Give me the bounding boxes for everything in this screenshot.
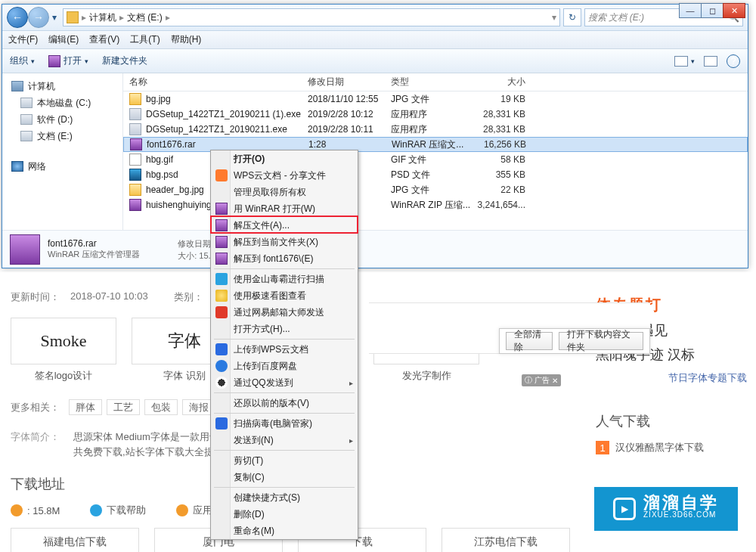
tag[interactable]: 胖体 [69,399,102,415]
menu-item[interactable]: 查看(V) [89,33,119,46]
menu-item-icon [215,203,228,215]
context-menu-item[interactable]: 删除(D) [211,506,358,523]
file-row[interactable]: DGSetup_1422TZ1_20190211 (1).exe2019/2/2… [123,107,748,122]
context-menu-item[interactable]: 发送到(N) [211,432,358,448]
file-icon [129,154,141,166]
col-date[interactable]: 修改日期 [308,76,391,88]
open-download-folder-button[interactable]: 打开下载内容文件夹 [559,332,643,350]
nav-computer[interactable]: 计算机 [5,78,119,95]
menu-item-icon [215,169,228,181]
menu-item-icon [215,360,228,372]
menu-item-icon [215,417,228,430]
update-value: 2018-07-10 10:03 [70,290,148,304]
addr-dropdown-icon[interactable]: ▾ [552,12,556,23]
menu-item[interactable]: 编辑(E) [48,33,79,46]
context-menu-item[interactable]: 通过网易邮箱大师发送 [211,304,358,321]
explorer-window: — ◻ ✕ ← → ▾ ▸ 计算机 ▸ 文档 (E:) ▸ ▾ ↻ 搜索 文档 … [2,4,748,268]
rank-number: 1 [596,441,609,454]
ad-badge[interactable]: ⓘ 广告 ✕ [522,374,561,386]
file-icon [129,93,141,105]
nav-drive[interactable]: 文档 (E:) [5,128,119,144]
menu-item-icon [215,236,228,248]
nav-network[interactable]: 网络 [5,158,119,175]
rank-label: 汉仪雅酷黑字体下载 [615,441,704,454]
column-headers: 名称 修改日期 类型 大小 [123,73,748,91]
minimize-button[interactable]: — [679,3,702,18]
theme-link[interactable]: 节日字体专题下载 [596,371,747,385]
clear-all-button[interactable]: 全部清除 [506,332,553,350]
file-icon [129,123,141,135]
back-button[interactable]: ← [7,7,28,28]
download-mirror-button[interactable]: 福建电信下载 [11,528,139,552]
drive-icon [20,131,33,141]
logo-badge[interactable]: ▶ 溜溜自学 ZIXUE.3D66.COM [594,487,738,531]
context-menu-item[interactable]: 解压文件(A)... [211,217,358,234]
context-menu-item[interactable]: 创建快捷方式(S) [211,489,358,506]
file-icon [129,169,141,181]
download-mirror-button[interactable]: 江苏电信下载 [442,528,570,552]
view-icon [674,56,688,67]
col-type[interactable]: 类型 [391,76,474,88]
tag[interactable]: 工艺 [107,399,140,415]
context-menu-item[interactable]: 打开(O) [211,150,358,167]
context-menu-item[interactable]: 使用极速看图查看 [211,287,358,304]
context-menu-item[interactable]: 解压到当前文件夹(X) [211,234,358,250]
ad-icon: ⓘ [525,375,532,386]
help-button[interactable]: ? [727,54,740,68]
menu-item-icon [215,343,228,355]
context-menu-item[interactable]: 还原以前的版本(V) [211,395,358,411]
nav-row: ← → ▾ ▸ 计算机 ▸ 文档 (E:) ▸ ▾ ↻ 搜索 文档 (E:) 🔍 [2,5,748,31]
file-row[interactable]: bg.jpg2018/11/10 12:55JPG 文件19 KB [123,91,748,107]
forward-button[interactable]: → [28,7,49,28]
search-placeholder: 搜索 文档 (E:) [588,11,644,24]
rank-item-1[interactable]: 1 汉仪雅酷黑字体下载 [596,441,747,454]
context-menu-item[interactable]: 扫描病毒(电脑管家) [211,415,358,432]
file-row[interactable]: DGSetup_1422TZ1_20190211.exe2019/2/28 10… [123,122,748,137]
organize-button[interactable]: 组织▾ [10,54,35,67]
history-dropdown[interactable]: ▾ [49,7,60,28]
maximize-button[interactable]: ◻ [701,3,723,18]
menu-item-icon [215,253,228,265]
details-pane: font1676.rar WinRAR 压缩文件管理器 修改日期: 201 大小… [2,230,748,268]
context-menu-item[interactable]: 打开方式(H)... [211,321,358,337]
context-menu-item[interactable]: 解压到 font1676\(E) [211,250,358,267]
context-menu-item[interactable]: 管理员取得所有权 [211,184,358,200]
col-name[interactable]: 名称 [129,76,308,88]
menu-bar: 文件(F)编辑(E)查看(V)工具(T)帮助(H) [2,31,748,49]
new-folder-button[interactable]: 新建文件夹 [102,54,147,67]
context-menu-item[interactable]: 通过QQ发送到 [211,374,358,391]
open-button[interactable]: 打开▾ [48,54,88,67]
related-card[interactable]: Smoke签名logo设计 [11,318,116,383]
context-menu-item[interactable]: 上传到WPS云文档 [211,341,358,358]
logo-url: ZIXUE.3D66.COM [643,509,719,521]
breadcrumb-drive[interactable]: 文档 (E:) [127,11,163,24]
details-filename: font1676.rar [48,238,140,249]
address-bar[interactable]: ▸ 计算机 ▸ 文档 (E:) ▸ ▾ [63,8,560,26]
close-icon[interactable]: ✕ [552,377,558,385]
menu-item[interactable]: 帮助(H) [171,33,202,46]
refresh-button[interactable]: ↻ [563,8,581,26]
context-menu-item[interactable]: 使用金山毒霸进行扫描 [211,271,358,287]
preview-pane-button[interactable] [704,56,717,67]
breadcrumb-computer[interactable]: 计算机 [89,11,116,24]
category-label: 类别： [174,290,203,304]
context-menu-item[interactable]: 剪切(T) [211,452,358,469]
popular-header: 人气下载 [596,412,747,430]
context-menu-item[interactable]: 复制(C) [211,469,358,485]
context-menu-item[interactable]: 重命名(M) [211,523,358,539]
nav-drive[interactable]: 软件 (D:) [5,111,119,128]
col-size[interactable]: 大小 [474,76,534,88]
file-icon [129,108,141,120]
view-button[interactable]: ▾ [674,56,695,67]
meta-icon [11,504,23,516]
menu-item[interactable]: 工具(T) [130,33,160,46]
nav-drive[interactable]: 本地磁盘 (C:) [5,95,119,111]
context-menu-item[interactable]: 用 WinRAR 打开(W) [211,200,358,217]
context-menu-item[interactable]: 上传到百度网盘 [211,358,358,374]
context-menu-item[interactable]: WPS云文档 - 分享文件 [211,167,358,184]
menu-item[interactable]: 文件(F) [8,33,38,46]
tag[interactable]: 包装 [144,399,178,415]
menu-item-icon [215,290,228,302]
close-button[interactable]: ✕ [723,3,745,18]
menu-item-icon [215,273,228,285]
